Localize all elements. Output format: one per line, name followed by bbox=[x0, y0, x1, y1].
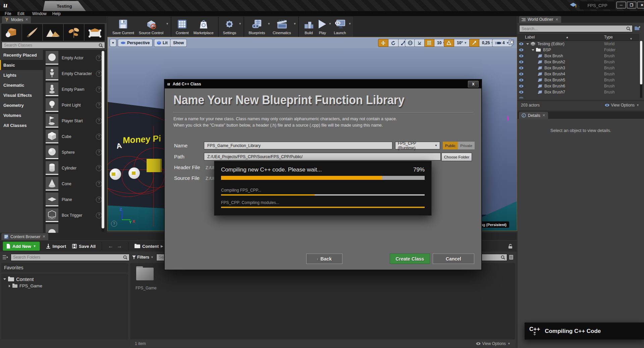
geometry-mode-button[interactable] bbox=[85, 24, 105, 41]
placeable-item-cylinder[interactable]: Cylinder? bbox=[43, 160, 107, 176]
saved-search-icon[interactable] bbox=[509, 255, 513, 260]
settings-button[interactable]: Settings bbox=[221, 17, 239, 36]
asset-grid[interactable]: FPS_Game bbox=[130, 263, 515, 339]
placeable-item-cone[interactable]: Cone? bbox=[43, 176, 107, 192]
class-name-field[interactable] bbox=[204, 142, 392, 149]
outliner-row[interactable]: +Box Brush7Brush bbox=[518, 89, 639, 95]
level-tab[interactable]: Testing bbox=[43, 1, 86, 11]
content-browser-tab[interactable]: Content Browser ✕ bbox=[1, 233, 48, 240]
category-visual-effects[interactable]: Visual Effects bbox=[0, 90, 43, 100]
private-toggle[interactable]: Private bbox=[458, 142, 475, 149]
filters-button[interactable]: Filters ▼ bbox=[132, 255, 154, 260]
category-lights[interactable]: Lights bbox=[0, 70, 43, 80]
search-folders-input[interactable] bbox=[11, 255, 123, 260]
dialog-title-bar[interactable]: u Add C++ Class X bbox=[165, 80, 481, 88]
eye-icon[interactable] bbox=[518, 90, 523, 94]
close-icon[interactable]: ✕ bbox=[42, 234, 45, 239]
expander-icon[interactable] bbox=[526, 43, 529, 45]
help-icon[interactable]: ? bbox=[96, 181, 102, 187]
close-icon[interactable]: ✕ bbox=[555, 17, 558, 22]
paint-mode-button[interactable] bbox=[22, 24, 42, 41]
column-label[interactable]: Label bbox=[525, 35, 535, 40]
eye-icon[interactable] bbox=[518, 42, 523, 46]
save-current-button[interactable]: Save Current bbox=[110, 17, 137, 36]
launch-button[interactable]: Launch bbox=[331, 17, 348, 36]
eye-icon[interactable] bbox=[518, 60, 523, 64]
new-folder-button[interactable]: + bbox=[634, 25, 641, 31]
eye-icon[interactable] bbox=[518, 48, 523, 52]
menu-help[interactable]: Help bbox=[52, 11, 61, 16]
eye-icon[interactable] bbox=[518, 54, 523, 58]
modes-tab[interactable]: Modes ✕ bbox=[2, 16, 31, 23]
lock-icon[interactable] bbox=[508, 244, 513, 249]
cinematics-button[interactable]: Cinematics bbox=[270, 17, 293, 36]
add-new-button[interactable]: Add New ▼ bbox=[3, 241, 40, 251]
class-name-input[interactable] bbox=[207, 143, 390, 148]
category-recently-placed[interactable]: Recently Placed bbox=[0, 50, 43, 60]
modes-scrollbar[interactable] bbox=[102, 51, 104, 232]
category-cinematic[interactable]: Cinematic bbox=[0, 80, 43, 90]
dropdown-caret-icon[interactable]: ▼ bbox=[267, 22, 270, 25]
source-control-button[interactable]: Source Control bbox=[137, 17, 166, 36]
menu-window[interactable]: Window bbox=[32, 11, 47, 16]
help-icon[interactable]: ? bbox=[96, 134, 102, 140]
help-icon[interactable]: ? bbox=[96, 118, 102, 124]
column-type[interactable]: Type bbox=[604, 35, 639, 40]
public-toggle[interactable]: Public bbox=[443, 142, 458, 149]
angle-size-button[interactable]: 10°▼ bbox=[454, 39, 470, 47]
marketplace-button[interactable]: Marketplace bbox=[191, 17, 216, 36]
cancel-button[interactable]: Cancel bbox=[433, 254, 474, 264]
choose-folder-button[interactable]: Choose Folder bbox=[441, 153, 472, 161]
help-icon[interactable]: ? bbox=[96, 212, 102, 218]
eye-icon[interactable] bbox=[518, 72, 523, 76]
back-button[interactable]: ‹Back bbox=[306, 254, 342, 264]
placeable-item-box-trigger[interactable]: Box Trigger? bbox=[43, 207, 107, 223]
maximize-viewport-button[interactable] bbox=[509, 40, 514, 45]
dialog-close-button[interactable]: X bbox=[468, 81, 479, 87]
create-class-button[interactable]: Create Class bbox=[390, 254, 430, 264]
path-input[interactable] bbox=[207, 154, 438, 159]
menu-file[interactable]: File bbox=[5, 11, 11, 16]
angle-snap-toggle[interactable] bbox=[444, 39, 454, 47]
eye-icon[interactable] bbox=[518, 84, 523, 88]
dropdown-caret-icon[interactable]: ▼ bbox=[166, 22, 169, 25]
category-all-classes[interactable]: All Classes bbox=[0, 120, 43, 130]
category-geometry[interactable]: Geometry bbox=[0, 100, 43, 110]
placeable-item-empty-actor[interactable]: Empty Actor? bbox=[43, 50, 107, 66]
help-icon[interactable]: ? bbox=[96, 149, 102, 155]
import-button[interactable]: Import bbox=[46, 244, 66, 249]
details-tab[interactable]: i Details ✕ bbox=[519, 112, 548, 119]
tree-node-content[interactable]: Content bbox=[3, 276, 128, 282]
menu-edit[interactable]: Edit bbox=[17, 11, 24, 16]
back-nav-button[interactable]: ← bbox=[108, 243, 113, 249]
blueprints-button[interactable]: Blueprints bbox=[246, 17, 267, 36]
help-icon[interactable]: ? bbox=[96, 165, 102, 171]
dropdown-caret-icon[interactable]: ▼ bbox=[293, 22, 296, 25]
surface-snap-button[interactable] bbox=[414, 39, 425, 47]
path-field[interactable] bbox=[204, 153, 441, 160]
outliner-view-options-button[interactable]: View Options▼ bbox=[605, 103, 639, 108]
expander-icon[interactable] bbox=[3, 278, 6, 280]
save-all-button[interactable]: Save All bbox=[72, 244, 96, 249]
outliner-row[interactable]: +Box Brush3Brush bbox=[518, 65, 639, 71]
sources-toggle-icon[interactable] bbox=[3, 255, 8, 260]
move-tool-button[interactable] bbox=[378, 39, 388, 47]
dropdown-caret-icon[interactable]: ▼ bbox=[328, 22, 331, 25]
help-icon[interactable]: ? bbox=[96, 102, 102, 108]
landscape-mode-button[interactable] bbox=[43, 24, 63, 41]
placeable-item-partial[interactable] bbox=[43, 223, 107, 233]
placeable-item-player-start[interactable]: Player Start? bbox=[43, 113, 107, 129]
placeable-item-plane[interactable]: Plane? bbox=[43, 192, 107, 207]
close-icon[interactable]: ✕ bbox=[25, 17, 28, 22]
minimize-button[interactable]: ─ bbox=[616, 2, 626, 8]
place-mode-button[interactable] bbox=[1, 24, 21, 41]
outliner-search-input[interactable] bbox=[520, 26, 626, 31]
outliner-row[interactable]: BSP Folder bbox=[518, 47, 639, 53]
breadcrumb[interactable]: Content ▶ bbox=[135, 244, 163, 249]
help-icon[interactable]: ? bbox=[96, 71, 102, 77]
expander-icon[interactable] bbox=[532, 49, 534, 51]
play-button[interactable]: Play bbox=[316, 17, 328, 36]
viewport-help-icon[interactable]: ? bbox=[111, 221, 117, 227]
viewport-options-button[interactable]: ▼ bbox=[110, 39, 116, 47]
content-view-options-button[interactable]: View Options▼ bbox=[476, 341, 511, 346]
